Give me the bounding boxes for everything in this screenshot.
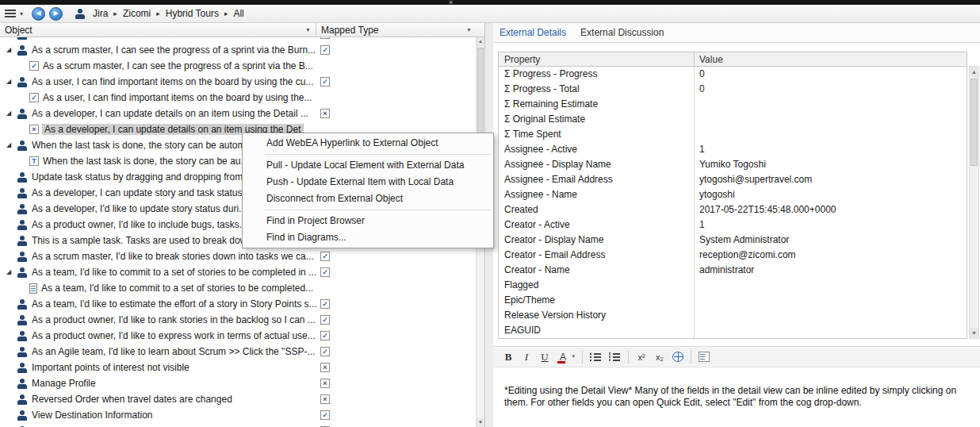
property-grid-scrollbar[interactable]: ▲ ▼ (969, 66, 979, 339)
menu-item[interactable]: Find in Project Browser (243, 213, 493, 229)
menu-item[interactable]: Find in Diagrams... (243, 229, 493, 246)
property-row[interactable]: Release Version History (499, 308, 967, 323)
tree-row[interactable]: Reversed Order when travel dates are cha… (0, 391, 476, 407)
property-row[interactable]: Σ Progress - Progress0 (499, 67, 967, 82)
breadcrumb-item[interactable]: Hybrid Tours (166, 8, 219, 19)
font-color-button[interactable]: A (557, 351, 575, 364)
hyperlink-globe-button[interactable] (672, 352, 683, 362)
breadcrumb-item[interactable]: All (233, 8, 243, 19)
tree-row[interactable]: ◢As a scrum master, I can see the progre… (0, 42, 476, 58)
tree-row[interactable]: View Destination Information✓ (0, 407, 476, 423)
property-name: Σ Remaining Estimate (499, 97, 694, 112)
property-value: ytogoshi@supertravel.com (694, 172, 967, 187)
tree-row[interactable]: ◢As a team, I'd like to commit to a set … (0, 264, 476, 280)
property-row[interactable]: Assignee - Email Addressytogoshi@supertr… (499, 172, 967, 187)
mapped-checked-icon: ✓ (320, 37, 330, 39)
grid-scroll-up-icon[interactable]: ▲ (970, 67, 978, 77)
tree-scrollbar-thumb[interactable] (477, 48, 484, 139)
object-filter-arrow-icon[interactable]: ▼ (305, 27, 311, 33)
property-name: Assignee - Email Address (499, 172, 694, 187)
tree-row-object-cell: ✓As a scrum master, I can see the progre… (0, 60, 316, 71)
notes-editor[interactable]: *Editing using the Detail View* Many of … (493, 367, 980, 427)
property-name: Epic/Theme (499, 293, 694, 308)
menu-item[interactable]: Pull - Update Local Element with Externa… (243, 157, 493, 174)
column-header-property[interactable]: Property (499, 52, 694, 66)
breadcrumb-item[interactable]: Zicomi (123, 8, 151, 19)
forward-button[interactable]: ▶ (49, 7, 63, 21)
expander-icon[interactable]: ◢ (6, 110, 17, 117)
property-row[interactable]: Assignee - Nameytogoshi (499, 187, 967, 202)
property-row[interactable]: Σ Original Estimate (499, 112, 967, 127)
property-row[interactable]: Assignee - Active1 (499, 142, 967, 157)
menu-item[interactable]: Add WebEA Hyperlink to External Object (243, 135, 493, 152)
property-row[interactable]: Flagged (499, 278, 967, 293)
column-header-mapped-type[interactable]: Mapped Type ▼ (316, 23, 484, 37)
property-name: Creator - Active (499, 217, 694, 233)
tree-row[interactable]: Manage Profile× (0, 375, 476, 391)
bold-button[interactable]: B (503, 351, 514, 364)
property-row[interactable]: Creator - Display NameSystem Administrat… (499, 233, 967, 248)
tree-row[interactable]: As a product owner, I'd like to express … (0, 328, 476, 344)
property-row[interactable]: Created2017-05-22T15:45:48.000+0000 (499, 202, 967, 217)
menu-item[interactable]: Push - Update External Item with Local D… (243, 174, 493, 190)
property-row[interactable]: Creator - Active1 (499, 217, 967, 233)
indent-spacer (6, 66, 19, 67)
property-row[interactable]: EAGUID (499, 323, 967, 338)
tree-row[interactable]: As a product owner, I'd like to rank sto… (0, 312, 476, 328)
column-object-label: Object (5, 25, 33, 36)
tree-row[interactable]: As a scrum master, I'd like to break sto… (0, 248, 476, 264)
property-name: Σ Progress - Progress (499, 67, 694, 82)
column-header-value[interactable]: Value (694, 52, 967, 66)
expander-icon[interactable]: ◢ (6, 37, 17, 38)
x-icon: × (29, 125, 39, 134)
italic-button[interactable]: I (521, 351, 532, 364)
subscript-button[interactable]: x₂ (654, 351, 665, 364)
property-row[interactable]: Σ Remaining Estimate (499, 97, 967, 112)
hamburger-menu-icon[interactable] (5, 10, 16, 17)
tree-row[interactable]: ✓As a scrum master, I can see the progre… (0, 58, 476, 74)
tree-item-label: Reversed Order when travel dates are cha… (32, 394, 232, 405)
tree-row[interactable]: As a team, I'd like to estimate the effo… (0, 296, 476, 312)
property-value: 0 (694, 67, 967, 82)
tab-external-discussion[interactable]: External Discussion (580, 27, 664, 38)
property-row[interactable]: Σ Progress - Total0 (499, 82, 967, 97)
back-button[interactable]: ◀ (32, 7, 45, 21)
expander-icon[interactable]: ◢ (6, 268, 17, 276)
tree-item-label: As a developer, I can update story and t… (32, 187, 251, 198)
tree-row[interactable]: ✓ (0, 423, 476, 427)
property-row[interactable]: Creator - Nameadministrator (499, 263, 967, 278)
numbered-list-button[interactable] (609, 352, 621, 362)
property-row[interactable]: Creator - Email Addressreception@zicomi.… (499, 248, 967, 263)
scroll-down-icon[interactable]: ▼ (477, 418, 484, 427)
tab-external-details[interactable]: External Details (500, 27, 566, 38)
tree-row[interactable]: ✓As a user, I can find important items o… (0, 90, 476, 106)
tree-row[interactable]: ◢As a developer, I can update details on… (0, 106, 476, 121)
mapped-filter-arrow-icon[interactable]: ▼ (466, 27, 472, 33)
person-icon (17, 394, 28, 406)
new-document-button[interactable] (699, 352, 710, 362)
property-row[interactable]: Assignee - Display NameYumiko Togoshi (499, 157, 967, 172)
tree-row-mapped-cell: ✓ (316, 347, 476, 356)
expander-icon[interactable]: ◢ (6, 46, 17, 54)
menu-dropdown-caret-icon[interactable]: ▾ (20, 10, 23, 17)
scroll-up-icon[interactable]: ▲ (477, 37, 484, 46)
tree-row[interactable]: As an Agile team, I'd like to learn abou… (0, 344, 476, 360)
property-row[interactable]: Σ Time Spent (499, 127, 967, 142)
expander-icon[interactable]: ◢ (6, 78, 17, 86)
tree-row[interactable]: Important points of interest not visible… (0, 360, 476, 375)
bullet-list-button[interactable] (590, 352, 602, 362)
indent-spacer (6, 288, 19, 289)
property-grid: Property Value Σ Progress - Progress0Σ P… (498, 52, 967, 339)
column-header-object[interactable]: Object ▼ (0, 23, 316, 37)
superscript-button[interactable]: x² (636, 351, 647, 364)
underline-button[interactable]: U (539, 351, 550, 364)
grid-scroll-down-icon[interactable]: ▼ (970, 328, 978, 338)
property-row[interactable]: Epic/Theme (499, 293, 967, 308)
breadcrumb-item[interactable]: Jira (93, 8, 108, 19)
grid-scrollbar-thumb[interactable] (970, 79, 978, 166)
tree-row[interactable]: ◢As a user, I can find important items o… (0, 74, 476, 90)
expander-icon[interactable]: ◢ (6, 141, 17, 149)
tree-row[interactable]: As a team, I'd like to commit to a set o… (0, 280, 476, 296)
menu-item[interactable]: Disconnect from External Object (243, 190, 493, 207)
menu-separator (265, 210, 491, 210)
